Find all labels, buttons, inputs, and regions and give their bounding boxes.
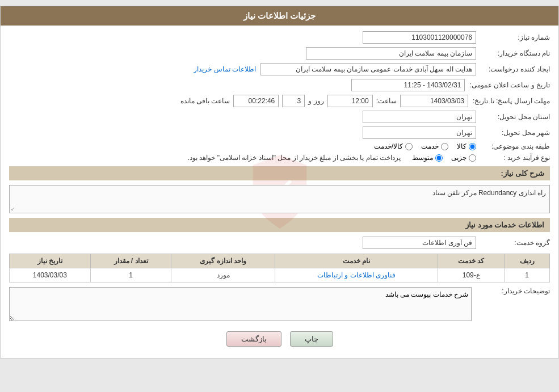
tabaqe-kala-khedmat-label: کالا/خدمت: [374, 142, 403, 150]
tosihaat-textarea[interactable]: شرح خدمات پیوست می باشد: [9, 287, 472, 321]
cell-tedad: 1: [90, 268, 171, 283]
back-button[interactable]: بازگشت: [226, 331, 281, 347]
tabaqe-khedmat-radio[interactable]: [441, 143, 448, 150]
farayand-motosat-label: متوسط: [412, 154, 433, 162]
contact-link[interactable]: اطلاعات تماس خریدار: [194, 65, 256, 73]
noe-farayand-label: نوع فرآیند خرید :: [476, 154, 550, 162]
ijad-label: ایجاد کننده درخواست:: [476, 65, 550, 73]
tabaqe-khedmat-label: خدمت: [421, 142, 439, 150]
col-vahed: واحد اندازه گیری: [171, 254, 275, 268]
shahr-input[interactable]: [363, 127, 476, 139]
ijad-input[interactable]: [260, 63, 476, 75]
name-dastgah-input[interactable]: [306, 47, 476, 60]
col-tarikh: تاریخ نیاز: [10, 254, 91, 268]
tabaqe-label: طبقه بندی موضوعی:: [476, 142, 550, 150]
shomara-niaz-label: شماره نیاز:: [476, 33, 550, 41]
noe-farayand-radio-group: جزیی متوسط: [412, 154, 476, 162]
mohlat-label: مهلت ارسال پاسخ: تا تاریخ:: [468, 97, 550, 105]
mohlat-roz-input[interactable]: [282, 95, 305, 107]
farayand-jozi-label: جزیی: [451, 154, 466, 162]
tabaqe-kala-khedmat-radio[interactable]: [405, 143, 413, 150]
cell-radif: 1: [505, 268, 550, 283]
shomara-niaz-input[interactable]: [363, 31, 476, 44]
col-tedad: تعداد / مقدار: [90, 254, 171, 268]
mohlat-date-input[interactable]: [400, 95, 468, 107]
service-section-title: اطلاعات خدمات مورد نیاز: [465, 221, 544, 229]
col-code: کد خدمت: [438, 254, 505, 268]
cell-vahed: مورد: [171, 268, 275, 283]
shahr-label: شهر محل تحویل:: [476, 129, 550, 137]
button-row: چاپ بازگشت: [9, 331, 550, 347]
tosihaat-label: توضیحات خریدار:: [476, 287, 550, 295]
tabaqe-radio-group: کالا خدمت کالا/خدمت: [374, 142, 476, 150]
name-dastgah-label: نام دستگاه خریدار:: [476, 49, 550, 57]
sharh-value: راه اندازی Redundancy مرکز تلفن ستاد: [432, 189, 546, 197]
page-title: جزئیات اطلاعات نیاز: [243, 11, 316, 20]
print-button[interactable]: چاپ: [290, 331, 333, 347]
table-row: 1 ع-109 فناوری اطلاعات و ارتباطات مورد 1…: [10, 268, 550, 283]
gorohe-label: گروه خدمت:: [476, 239, 550, 247]
mohlat-mande-label: ساعت باقی مانده: [180, 97, 230, 105]
farayand-jozi-radio[interactable]: [469, 154, 476, 162]
date-label: تاریخ و ساعت اعلان عمومی:: [465, 81, 550, 89]
service-section-header: اطلاعات خدمات مورد نیاز: [9, 218, 550, 232]
farayand-motosat-radio[interactable]: [435, 154, 443, 162]
service-table: ردیف کد خدمت نام خدمت واحد اندازه گیری ت…: [9, 254, 550, 283]
tabaqe-kala-radio[interactable]: [469, 143, 476, 150]
col-name: نام خدمت: [275, 254, 438, 268]
gorohe-input[interactable]: [363, 237, 476, 249]
mohlat-mande-input[interactable]: [233, 95, 279, 107]
cell-code: ع-109: [438, 268, 505, 283]
col-radif: ردیف: [505, 254, 550, 268]
mohlat-roz-label: روز و: [308, 97, 323, 105]
tabaqe-kala-label: کالا: [457, 142, 466, 150]
sharh-section-header: شرح کلی نیاز:: [9, 166, 550, 180]
mohlat-saat-input[interactable]: [327, 95, 373, 107]
service-table-container: ردیف کد خدمت نام خدمت واحد اندازه گیری ت…: [9, 254, 550, 283]
sharh-section-title: شرح کلی نیاز:: [501, 169, 544, 178]
farayand-note: پرداخت تمام یا بخشی از مبلغ خریدار از مح…: [188, 154, 401, 162]
ostan-label: استان محل تحویل:: [476, 113, 550, 121]
page-header: جزئیات اطلاعات نیاز: [1, 6, 558, 26]
mohlat-saat-label: ساعت:: [376, 97, 397, 105]
cell-tarikh: 1403/03/03: [10, 268, 91, 283]
cell-name[interactable]: فناوری اطلاعات و ارتباطات: [275, 268, 438, 283]
date-input[interactable]: [351, 79, 465, 91]
ostan-input[interactable]: [363, 111, 476, 123]
